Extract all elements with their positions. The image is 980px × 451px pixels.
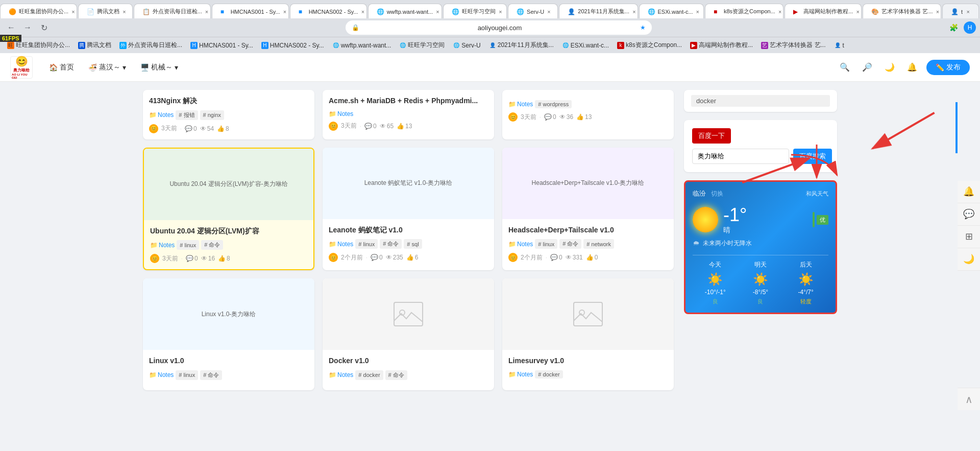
card-title: Linux v1.0 bbox=[149, 356, 308, 366]
notification-btn[interactable]: 🔔 bbox=[904, 59, 920, 76]
profile-btn[interactable]: H bbox=[964, 21, 976, 34]
tab-close-btn[interactable]: × bbox=[856, 8, 859, 16]
card-body: Linux v1.0 📁 Notes # linux # 命令 bbox=[143, 350, 314, 390]
tab-study[interactable]: 🌐 旺旺学习空间 × bbox=[443, 4, 507, 18]
baidu-search-btn[interactable]: 百度搜索 bbox=[793, 149, 832, 164]
tab-close-btn[interactable]: × bbox=[696, 8, 699, 16]
card-meta: 😊 3天前 · 💬 0 👁 54 bbox=[149, 124, 308, 133]
card-image: Leanote 蚂蚁笔记 v1.0-奥力咻给 bbox=[323, 148, 494, 219]
card-body: Headscale+Derp+Tailscale v1.0 📁 Notes # … bbox=[502, 219, 674, 269]
tab-close-btn[interactable]: × bbox=[966, 8, 970, 16]
article-card-leanote[interactable]: Leanote 蚂蚁笔记 v1.0-奥力咻给 Leanote 蚂蚁笔记 v1.0… bbox=[323, 148, 494, 271]
bookmark-label: 旺旺学习空间 bbox=[408, 41, 445, 50]
tab-k8s[interactable]: ■ k8s资源之Compon... × bbox=[705, 4, 783, 18]
bookmark-tencent[interactable]: 腾 腾讯文档 bbox=[75, 39, 114, 51]
article-card-headscale[interactable]: Headscale+Derp+Tailscale v1.0-奥力咻给 Heads… bbox=[502, 148, 674, 271]
tab-hmcnas2[interactable]: ■ HMCNAS002 - Sy... × bbox=[290, 4, 367, 18]
search-btn[interactable]: 🔎 bbox=[859, 59, 875, 76]
article-card-docker[interactable]: Docker v1.0 📁 Notes # docker # 命令 bbox=[323, 278, 494, 390]
card-image-placeholder bbox=[502, 278, 674, 350]
tab-2021[interactable]: 👤 2021年11月系统集... × bbox=[559, 4, 638, 18]
scroll-to-top-btn[interactable]: ∧ bbox=[958, 388, 980, 410]
tab-favicon: 🟠 bbox=[9, 8, 16, 15]
address-bar[interactable]: 🔒 aoliyougei.com ★ bbox=[346, 20, 652, 35]
bookmark-hmcnas2[interactable]: H HMCNAS002 - Sy... bbox=[258, 40, 327, 51]
tab-waidan[interactable]: 📋 外点资讯每日巡检... × bbox=[134, 4, 211, 18]
tab-close-btn[interactable]: × bbox=[361, 8, 364, 16]
tab-hmcnas1[interactable]: ■ HMCNAS001 - Sy... × bbox=[212, 4, 289, 18]
nav-home[interactable]: 🏠 首页 bbox=[43, 60, 80, 75]
notes-tag[interactable]: 📁 Notes bbox=[508, 370, 533, 378]
bookmark-hmcnas1[interactable]: H HMCNAS001 - Sy... bbox=[187, 40, 256, 51]
weather-location: 临汾 bbox=[693, 189, 706, 197]
bookmark-font[interactable]: 艺 艺术字体转换器 艺... bbox=[758, 39, 828, 51]
back-button[interactable]: ← bbox=[4, 20, 18, 35]
notes-tag[interactable]: 📁 Notes bbox=[329, 370, 353, 380]
article-card-413nginx[interactable]: 413Nginx 解决 📁 Notes # 报错 # nginx 😊 3天前 bbox=[143, 90, 314, 139]
search-toggle-btn[interactable]: 🔍 bbox=[837, 59, 853, 76]
card-tags: 📁 Notes # docker bbox=[508, 370, 668, 378]
tab-wangwang[interactable]: 🟠 旺旺集团协同办公... × bbox=[0, 4, 77, 18]
bookmark-servu[interactable]: 🌐 Serv-U bbox=[450, 40, 483, 51]
forecast-temp: -10°/-1° bbox=[693, 289, 738, 296]
notes-tag[interactable]: 📁 Notes bbox=[329, 239, 353, 249]
forward-button[interactable]: → bbox=[20, 20, 35, 35]
tab-close-btn[interactable]: × bbox=[205, 8, 208, 16]
nav-steam[interactable]: 🍜 蒸汉～ ▾ bbox=[82, 60, 132, 75]
tab-close-btn[interactable]: × bbox=[499, 8, 502, 16]
article-card-ubuntu[interactable]: Ubuntu 20.04 逻辑分区(LVM)扩容-奥力咻给 Ubuntu 20.… bbox=[143, 148, 314, 271]
bookmark-icon: k bbox=[617, 42, 624, 49]
bookmark-label: HMCNAS001 - Sy... bbox=[199, 42, 253, 49]
tab-close-btn[interactable]: × bbox=[778, 8, 781, 16]
publish-button[interactable]: ✏️ 发布 bbox=[926, 60, 970, 75]
chat-float-btn[interactable]: 💬 bbox=[958, 203, 980, 226]
notes-tag[interactable]: 📁 Notes bbox=[508, 100, 533, 108]
bookmark-study[interactable]: 🌐 旺旺学习空间 bbox=[396, 39, 448, 51]
tab-wwftp[interactable]: 🌐 wwftp.want-want... × bbox=[368, 4, 443, 18]
bookmark-k8s[interactable]: k k8s资源之Compon... bbox=[614, 39, 685, 51]
baidu-button[interactable]: 百度一下 bbox=[692, 128, 731, 144]
bookmark-esxi[interactable]: 🌐 ESXi.want-c... bbox=[559, 40, 612, 51]
dark-mode-btn[interactable]: 🌙 bbox=[881, 59, 898, 76]
grid-float-btn[interactable]: ⊞ bbox=[958, 226, 980, 248]
extensions-btn[interactable]: 🧩 bbox=[946, 20, 961, 35]
notes-tag[interactable]: 📁 Notes bbox=[149, 370, 174, 380]
tab-video[interactable]: ▶ 高端网站制作教程... × bbox=[785, 4, 862, 18]
bookmark-2021[interactable]: 👤 2021年11月系统集... bbox=[486, 39, 557, 51]
tab-close-btn[interactable]: × bbox=[632, 8, 635, 16]
notes-tag[interactable]: 📁 Notes bbox=[329, 110, 353, 117]
tab-close-btn[interactable]: × bbox=[547, 8, 550, 16]
article-card-notes-wp[interactable]: 📁 Notes # wordpress 😊 3天前 · 💬 0 bbox=[502, 90, 674, 139]
weather-switch-btn[interactable]: 切换 bbox=[711, 190, 723, 197]
tab-tencent[interactable]: 📄 腾讯文档 × bbox=[78, 4, 132, 18]
dark-mode-float-btn[interactable]: 🌙 bbox=[958, 248, 980, 271]
nav-machine[interactable]: 🖥️ 机械～ ▾ bbox=[134, 60, 184, 75]
bookmark-waidan[interactable]: 外 外点资讯每日巡检... bbox=[116, 39, 185, 51]
baidu-search-input[interactable] bbox=[692, 149, 789, 164]
article-card-limesurvey[interactable]: Limesurvey v1.0 📁 Notes # docker bbox=[502, 278, 674, 390]
bookmark-video[interactable]: ▶ 高端网站制作教程... bbox=[687, 39, 756, 51]
docker-tag[interactable]: docker bbox=[691, 95, 830, 107]
article-card-linux[interactable]: Linux v1.0-奥力咻给 Linux v1.0 📁 Notes # lin… bbox=[143, 278, 314, 390]
likes-count: 👍 13 bbox=[397, 123, 412, 130]
tab-close-btn[interactable]: × bbox=[436, 8, 439, 16]
comment-icon: 💬 bbox=[544, 113, 552, 121]
notes-tag[interactable]: 📁 Notes bbox=[508, 239, 533, 249]
reload-button[interactable]: ↻ bbox=[37, 20, 51, 35]
tab-active[interactable]: 👤 t × bbox=[942, 4, 979, 18]
article-card-acme[interactable]: Acme.sh + MariaDB + Redis + Phpmyadmi...… bbox=[323, 90, 494, 139]
tab-close-btn[interactable]: × bbox=[283, 8, 286, 16]
notes-label: Notes bbox=[158, 111, 174, 118]
notes-tag[interactable]: 📁 Notes bbox=[149, 110, 174, 120]
tab-close-btn[interactable]: × bbox=[122, 8, 126, 16]
tab-close-btn[interactable]: × bbox=[71, 8, 75, 16]
eye-icon: 👁 bbox=[559, 113, 566, 121]
bookmark-wwftp[interactable]: 🌐 wwftp.want-want... bbox=[329, 40, 395, 51]
tab-servu[interactable]: 🌐 Serv-U × bbox=[508, 4, 558, 18]
tab-close-btn[interactable]: × bbox=[936, 8, 939, 16]
notification-float-btn[interactable]: 🔔 bbox=[958, 181, 980, 203]
bookmark-t[interactable]: 👤 t bbox=[831, 40, 847, 51]
tab-esxi[interactable]: 🌐 ESXi.want-c... × bbox=[639, 4, 704, 18]
notes-tag[interactable]: 📁 Notes bbox=[150, 240, 175, 250]
tab-font[interactable]: 🎨 艺术字体转换器 艺... × bbox=[863, 4, 941, 18]
